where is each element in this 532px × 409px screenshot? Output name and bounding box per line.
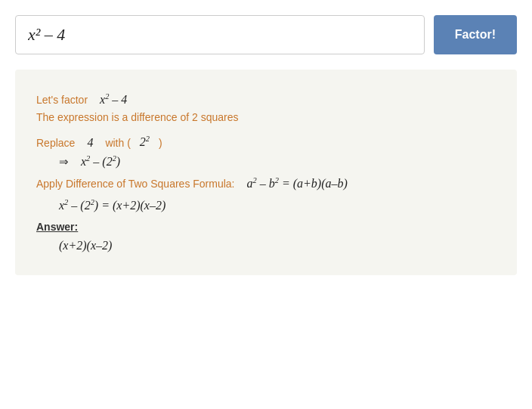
step-1: Let's factor x2 – 4 <box>36 92 496 107</box>
step3-expr: 22 <box>137 135 150 149</box>
top-row: Factor! <box>15 15 517 54</box>
step1-expr: x2 – 4 <box>94 92 127 107</box>
step-2: The expression is a difference of 2 squa… <box>36 111 496 124</box>
step3-with: with ( <box>105 137 130 149</box>
step5-expr: x2 – (22) = (x+2)(x–2) <box>59 198 165 212</box>
step3-result-expr: x2 – (22) <box>75 154 120 169</box>
step-5: x2 – (22) = (x+2)(x–2) <box>36 198 496 212</box>
factor-button[interactable]: Factor! <box>434 15 517 54</box>
step-3-result: ⇒ x2 – (22) <box>36 154 496 169</box>
result-panel: Let's factor x2 – 4 The expression is a … <box>15 70 517 275</box>
arrow-symbol: ⇒ <box>59 155 69 169</box>
answer-value: (x+2)(x–2) <box>59 239 112 253</box>
step3-paren: ) <box>156 137 162 149</box>
step4-prefix: Apply Difference of Two Squares Formula: <box>36 178 235 190</box>
answer-label: Answer: <box>36 221 496 233</box>
step3-num: 4 <box>81 136 99 150</box>
answer-expr: (x+2)(x–2) <box>36 239 496 253</box>
step1-prefix: Let's factor <box>36 94 88 106</box>
step2-text: The expression is a difference of 2 squa… <box>36 111 238 123</box>
step-3: Replace 4 with ( 22 ) <box>36 135 496 149</box>
step4-formula: a2 – b2 = (a+b)(a–b) <box>241 176 348 191</box>
expression-input[interactable] <box>15 15 425 54</box>
step-4: Apply Difference of Two Squares Formula:… <box>36 176 496 191</box>
step3-replace: Replace <box>36 137 75 149</box>
